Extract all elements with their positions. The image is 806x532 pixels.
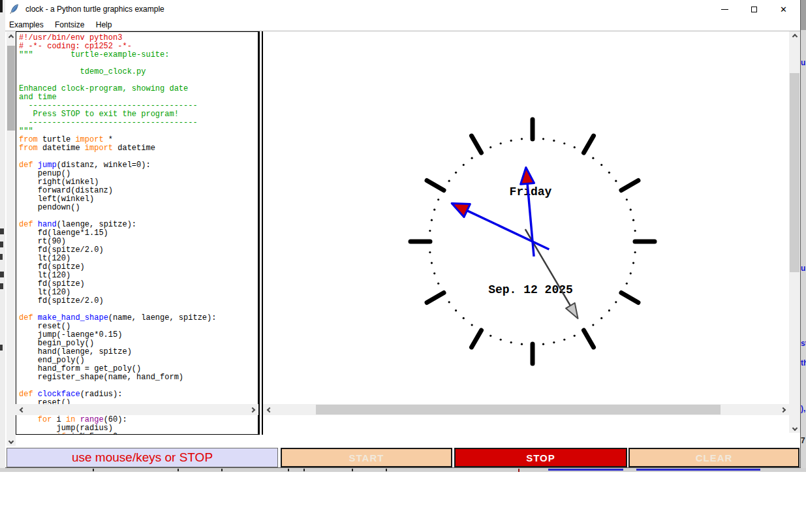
- start-button[interactable]: START: [281, 448, 452, 467]
- status-message: use mouse/keys or STOP: [7, 448, 278, 467]
- window-controls: ✕: [710, 0, 798, 18]
- background-window-fragment: [0, 0, 3, 12]
- scroll-down-icon[interactable]: [7, 436, 16, 446]
- background-window-fragment: [93, 469, 94, 471]
- background-text-fragment: st: [801, 339, 806, 348]
- scroll-up-icon[interactable]: [789, 31, 800, 41]
- background-window-fragment: [0, 272, 4, 277]
- clear-button[interactable]: CLEAR: [628, 448, 799, 467]
- background-window-fragment: [221, 469, 223, 471]
- maximize-icon: [751, 7, 757, 12]
- background-text-fragment: u: [801, 58, 806, 67]
- pane-divider-sash[interactable]: [258, 31, 263, 435]
- maximize-button[interactable]: [739, 0, 769, 18]
- background-window-fragment: [0, 345, 3, 351]
- svg-text:Friday: Friday: [510, 185, 552, 198]
- background-window-fragment: [636, 469, 760, 471]
- minimize-button[interactable]: [710, 0, 739, 18]
- stop-button[interactable]: STOP: [454, 448, 627, 467]
- background-window-fragment: [0, 254, 3, 260]
- background-window-fragment: [288, 469, 289, 471]
- scrollbar-thumb[interactable]: [316, 405, 721, 415]
- code-line: """ turtle-example-suite:: [19, 51, 258, 59]
- canvas-vertical-scrollbar[interactable]: [789, 31, 800, 433]
- code-line: ------------------------------------: [19, 119, 258, 127]
- code-line: tdemo_clock.py: [19, 68, 258, 76]
- window-title: clock - a Python turtle graphics example: [25, 5, 164, 14]
- menu-fontsize[interactable]: Fontsize: [50, 18, 89, 29]
- background-text-fragment: u: [801, 264, 806, 273]
- background-window-fragment: [801, 0, 806, 30]
- background-window-fragment: [518, 469, 519, 472]
- background-window-fragment: [0, 242, 3, 247]
- scroll-right-icon[interactable]: [247, 404, 257, 415]
- background-text-fragment: 7: [801, 436, 806, 445]
- background-window-fragment: [0, 228, 4, 234]
- code-vertical-scrollbar[interactable]: [7, 32, 16, 446]
- minimize-icon: [721, 9, 728, 10]
- clock-graphic: FridaySep. 12 2025: [263, 31, 789, 433]
- scroll-right-icon[interactable]: [778, 404, 788, 415]
- code-line: fd(spitze/2.0): [19, 297, 258, 305]
- source-code-text: #!/usr/bin/env python3# -*- coding: cp12…: [16, 32, 258, 435]
- source-code-view[interactable]: #!/usr/bin/env python3# -*- coding: cp12…: [16, 31, 258, 435]
- background-window-left-sliver: [0, 0, 5, 468]
- close-button[interactable]: ✕: [769, 0, 798, 18]
- code-horizontal-scrollbar[interactable]: [16, 404, 258, 415]
- code-line: if i % 5 == 0:: [19, 433, 258, 435]
- background-text-fragment: ),: [801, 404, 806, 413]
- background-window-fragment: [386, 469, 387, 471]
- scroll-left-icon[interactable]: [264, 404, 274, 415]
- menu-examples[interactable]: Examples: [5, 18, 48, 29]
- code-line: pendown(): [19, 204, 258, 212]
- menu-bar: Examples Fontsize Help: [5, 18, 800, 31]
- scrollbar-thumb[interactable]: [7, 46, 15, 131]
- scroll-down-icon[interactable]: [789, 423, 800, 433]
- background-text-fragment: th: [801, 358, 806, 368]
- python-feather-icon[interactable]: [9, 4, 20, 14]
- background-window-fragment: [548, 469, 623, 471]
- turtle-canvas[interactable]: FridaySep. 12 2025: [263, 31, 789, 433]
- menu-help[interactable]: Help: [91, 18, 117, 29]
- background-window-fragment: [178, 469, 179, 471]
- turtledemo-window: clock - a Python turtle graphics example…: [5, 0, 801, 468]
- background-window-bottom-sliver: [0, 468, 806, 472]
- scrollbar-thumb[interactable]: [790, 73, 799, 272]
- scroll-up-icon[interactable]: [7, 32, 16, 42]
- background-window-fragment: [303, 469, 305, 471]
- code-line: from datetime import datetime: [19, 144, 258, 153]
- background-window-fragment: [0, 283, 3, 289]
- screen: u u st th ), 7 clock - a Python turtle g…: [0, 0, 806, 532]
- code-line: register_shape(name, hand_form): [19, 373, 258, 382]
- background-window-right-sliver: u u st th ), 7: [801, 0, 806, 468]
- canvas-horizontal-scrollbar[interactable]: [263, 404, 789, 415]
- background-window-fragment: [352, 469, 353, 471]
- title-bar: clock - a Python turtle graphics example…: [5, 0, 800, 18]
- scroll-left-icon[interactable]: [17, 404, 27, 415]
- close-icon: ✕: [780, 5, 787, 14]
